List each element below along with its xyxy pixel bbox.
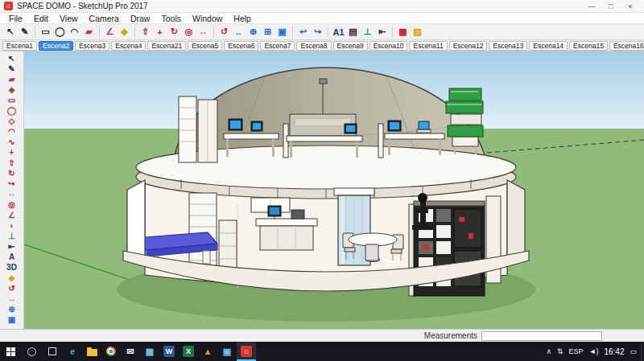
move-tool-icon[interactable]: + xyxy=(2,147,22,158)
text-tool-icon[interactable]: A xyxy=(2,252,22,262)
pan-tool-icon[interactable]: ↔ xyxy=(2,293,22,304)
scale-tool-icon[interactable]: ⇔ xyxy=(196,25,210,39)
line-tool-icon[interactable]: ✎ xyxy=(2,64,22,74)
axes-tool-icon[interactable]: ⊥ xyxy=(361,25,374,39)
eraser-tool-icon[interactable]: ▰ xyxy=(82,25,96,39)
3d-text-tool-icon[interactable]: 3D xyxy=(2,262,22,273)
menu-view[interactable]: View xyxy=(54,13,84,24)
paint-bucket-tool-icon[interactable]: ◆ xyxy=(2,273,22,283)
scene-tab-escena10[interactable]: Escena10 xyxy=(369,41,408,51)
task-view-button[interactable] xyxy=(42,342,63,361)
tape-measure-tool-icon[interactable]: ∠ xyxy=(103,25,117,39)
taskbar-sketchup-icon[interactable]: ⌂ xyxy=(237,342,256,361)
freehand-tool-icon[interactable]: ∿ xyxy=(2,137,22,147)
orbit-tool-icon[interactable]: ↺ xyxy=(2,283,22,293)
scene-tab-escena6[interactable]: Escena6 xyxy=(224,41,258,51)
tray-clock[interactable]: 16:42 xyxy=(604,347,624,356)
minimize-button[interactable]: — xyxy=(582,1,601,12)
line-tool-icon[interactable]: ✎ xyxy=(18,25,31,39)
scene-tab-escena2[interactable]: Escena2 xyxy=(39,41,73,51)
taskbar-vlc-icon[interactable]: ▲ xyxy=(198,342,217,361)
menu-file[interactable]: File xyxy=(3,13,28,24)
rotate-tool-icon[interactable]: ↻ xyxy=(167,25,181,39)
zoom-extents-tool-icon[interactable]: ▣ xyxy=(2,314,22,325)
menu-window[interactable]: Window xyxy=(187,13,228,24)
show-desktop-button[interactable] xyxy=(641,342,644,361)
layers-tool-icon[interactable]: ▦ xyxy=(396,25,410,39)
text-tool-icon[interactable]: A1 xyxy=(332,25,345,39)
scene-tab-escena13[interactable]: Escena13 xyxy=(489,41,527,51)
scene-tab-escena5[interactable]: Escena5 xyxy=(188,41,222,51)
cortana-search-button[interactable] xyxy=(21,342,42,361)
scene-tab-escena21[interactable]: Escena21 xyxy=(147,41,186,51)
scene-tab-escena14[interactable]: Escena14 xyxy=(529,41,568,51)
menu-draw[interactable]: Draw xyxy=(125,13,156,24)
scene-tab-escena4[interactable]: Escena4 xyxy=(111,41,146,51)
tray-network-icon[interactable]: ⇅ xyxy=(557,347,564,355)
taskbar-word-icon[interactable]: W xyxy=(159,342,179,361)
menu-help[interactable]: Help xyxy=(228,13,257,24)
dimension-tool-icon[interactable]: ⇤ xyxy=(375,25,389,39)
scene-tab-escena3[interactable]: Escena3 xyxy=(75,41,109,51)
circle-tool-icon[interactable]: ◯ xyxy=(2,105,22,116)
offset-tool-icon[interactable]: ◎ xyxy=(182,25,196,39)
scene-tab-escena7[interactable]: Escena7 xyxy=(260,41,295,51)
taskbar-photos-icon[interactable]: ▣ xyxy=(217,342,237,361)
move-tool-icon[interactable]: + xyxy=(153,25,167,39)
polygon-tool-icon[interactable]: ◇ xyxy=(2,116,22,126)
tray-chevron-icon[interactable]: ∧ xyxy=(546,347,551,355)
scene-tab-escena8[interactable]: Escena8 xyxy=(296,41,331,51)
3d-viewport[interactable] xyxy=(24,51,644,329)
tape-measure-tool-icon[interactable]: ∠ xyxy=(2,210,22,220)
close-button[interactable]: × xyxy=(621,1,640,12)
push-pull-tool-icon[interactable]: ⇧ xyxy=(2,158,22,168)
materials-tool-icon[interactable]: ▨ xyxy=(411,25,424,39)
taskbar-edge-icon[interactable]: e xyxy=(63,342,82,361)
model-canvas[interactable] xyxy=(24,51,644,329)
eraser-tool-icon[interactable]: ▰ xyxy=(2,74,22,84)
make-component-tool-icon[interactable]: ◈ xyxy=(2,84,22,95)
select-tool-icon[interactable]: ↖ xyxy=(3,25,17,39)
offset-tool-icon[interactable]: ◎ xyxy=(2,199,22,210)
measurements-input[interactable] xyxy=(481,331,602,341)
scene-tab-escena1[interactable]: Escena1 xyxy=(2,41,37,51)
wall-stub-left[interactable] xyxy=(127,180,145,260)
taskbar-file-explorer-icon[interactable] xyxy=(82,342,101,361)
scene-tab-escena11[interactable]: Escena11 xyxy=(409,41,447,51)
wall-stub-right[interactable] xyxy=(507,180,525,260)
menu-camera[interactable]: Camera xyxy=(84,13,125,24)
menu-edit[interactable]: Edit xyxy=(28,13,54,24)
tray-language-indicator[interactable]: ESP xyxy=(569,347,584,355)
protractor-tool-icon[interactable]: ◗ xyxy=(2,220,22,231)
select-tool-icon[interactable]: ↖ xyxy=(2,53,22,64)
maximize-button[interactable]: □ xyxy=(601,1,621,12)
next-view-icon[interactable]: ↪ xyxy=(311,25,324,39)
arc-tool-icon[interactable]: ◠ xyxy=(2,126,22,137)
section-plane-tool-icon[interactable]: ▤ xyxy=(346,25,360,39)
zoom-extents-tool-icon[interactable]: ▣ xyxy=(275,25,289,39)
tray-notifications-icon[interactable]: ▭ xyxy=(630,347,637,355)
follow-me-tool-icon[interactable]: ↪ xyxy=(2,178,22,189)
axes-tool-icon[interactable]: ⊥ xyxy=(2,231,22,241)
orbit-tool-icon[interactable]: ↺ xyxy=(217,25,231,39)
rotate-tool-icon[interactable]: ↻ xyxy=(2,168,22,178)
taskbar-excel-icon[interactable]: X xyxy=(179,342,198,361)
zoom-tool-icon[interactable]: ⊕ xyxy=(246,25,260,39)
taskbar-chrome-icon[interactable] xyxy=(101,342,121,361)
menu-tools[interactable]: Tools xyxy=(155,13,187,24)
paint-bucket-tool-icon[interactable]: ◆ xyxy=(118,25,131,39)
scene-tab-escena9[interactable]: Escena9 xyxy=(333,41,368,51)
scene-tab-escena16[interactable]: Escena16 xyxy=(609,41,644,51)
taskbar-store-icon[interactable]: ▦ xyxy=(140,342,159,361)
start-button[interactable] xyxy=(0,342,21,361)
arc-tool-icon[interactable]: ◠ xyxy=(68,25,81,39)
scene-tab-escena12[interactable]: Escena12 xyxy=(449,41,488,51)
circle-tool-icon[interactable]: ◯ xyxy=(53,25,67,39)
taskbar-mail-icon[interactable]: ✉ xyxy=(121,342,140,361)
scene-tab-escena15[interactable]: Escena15 xyxy=(569,41,608,51)
scale-tool-icon[interactable]: ⇔ xyxy=(2,189,22,199)
zoom-window-tool-icon[interactable]: ⊞ xyxy=(261,25,275,39)
dimension-tool-icon[interactable]: ⇤ xyxy=(2,241,22,252)
zoom-tool-icon[interactable]: ⊕ xyxy=(2,304,22,314)
rectangle-tool-icon[interactable]: ▭ xyxy=(2,95,22,105)
